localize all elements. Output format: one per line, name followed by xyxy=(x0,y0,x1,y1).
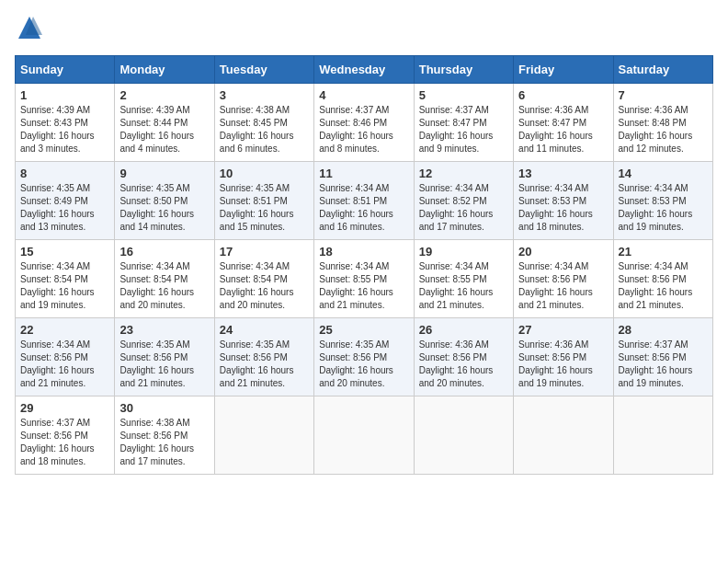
day-info: Sunrise: 4:36 AMSunset: 8:56 PMDaylight:… xyxy=(518,339,608,390)
day-info: Sunrise: 4:34 AMSunset: 8:51 PMDaylight:… xyxy=(319,182,408,234)
day-number: 25 xyxy=(319,323,408,337)
day-info: Sunrise: 4:38 AMSunset: 8:45 PMDaylight:… xyxy=(220,104,309,155)
calendar-header-row: SundayMondayTuesdayWednesdayThursdayFrid… xyxy=(16,56,713,84)
day-info: Sunrise: 4:35 AMSunset: 8:51 PMDaylight:… xyxy=(220,182,309,234)
day-info: Sunrise: 4:37 AMSunset: 8:56 PMDaylight:… xyxy=(619,339,708,390)
calendar-week-row: 22Sunrise: 4:34 AMSunset: 8:56 PMDayligh… xyxy=(16,318,713,396)
day-number: 1 xyxy=(20,88,109,102)
calendar-cell: 9Sunrise: 4:35 AMSunset: 8:50 PMDaylight… xyxy=(115,162,214,240)
calendar-cell: 22Sunrise: 4:34 AMSunset: 8:56 PMDayligh… xyxy=(16,318,115,396)
calendar-cell: 16Sunrise: 4:34 AMSunset: 8:54 PMDayligh… xyxy=(115,240,214,318)
calendar-cell: 15Sunrise: 4:34 AMSunset: 8:54 PMDayligh… xyxy=(16,240,115,318)
day-number: 6 xyxy=(518,88,608,102)
day-number: 28 xyxy=(619,323,708,337)
calendar-cell: 10Sunrise: 4:35 AMSunset: 8:51 PMDayligh… xyxy=(214,162,313,240)
calendar-body: 1Sunrise: 4:39 AMSunset: 8:43 PMDaylight… xyxy=(16,84,713,475)
calendar-cell: 5Sunrise: 4:37 AMSunset: 8:47 PMDaylight… xyxy=(414,84,513,162)
calendar-cell: 18Sunrise: 4:34 AMSunset: 8:55 PMDayligh… xyxy=(314,240,414,318)
day-info: Sunrise: 4:34 AMSunset: 8:53 PMDaylight:… xyxy=(518,182,608,234)
day-number: 13 xyxy=(518,167,608,180)
day-number: 19 xyxy=(419,245,508,259)
calendar-cell: 20Sunrise: 4:34 AMSunset: 8:56 PMDayligh… xyxy=(514,240,613,318)
calendar-cell: 6Sunrise: 4:36 AMSunset: 8:47 PMDaylight… xyxy=(514,84,613,162)
calendar-cell: 7Sunrise: 4:36 AMSunset: 8:48 PMDaylight… xyxy=(613,84,712,162)
day-number: 21 xyxy=(619,245,708,259)
day-number: 16 xyxy=(119,245,209,259)
day-info: Sunrise: 4:36 AMSunset: 8:47 PMDaylight:… xyxy=(518,104,608,155)
day-number: 2 xyxy=(119,88,209,102)
calendar-cell: 25Sunrise: 4:35 AMSunset: 8:56 PMDayligh… xyxy=(314,318,414,396)
calendar-cell: 30Sunrise: 4:38 AMSunset: 8:56 PMDayligh… xyxy=(115,396,214,475)
calendar-header-cell: Monday xyxy=(115,56,214,84)
logo-icon xyxy=(17,15,42,40)
day-info: Sunrise: 4:39 AMSunset: 8:44 PMDaylight:… xyxy=(119,104,209,155)
day-info: Sunrise: 4:35 AMSunset: 8:49 PMDaylight:… xyxy=(20,182,109,234)
day-number: 24 xyxy=(220,323,309,337)
page-header xyxy=(15,15,713,46)
day-info: Sunrise: 4:37 AMSunset: 8:56 PMDaylight:… xyxy=(20,417,109,468)
day-number: 10 xyxy=(220,167,309,180)
calendar-week-row: 15Sunrise: 4:34 AMSunset: 8:54 PMDayligh… xyxy=(16,240,713,318)
day-info: Sunrise: 4:34 AMSunset: 8:54 PMDaylight:… xyxy=(119,260,209,312)
calendar-cell xyxy=(514,396,613,475)
day-number: 26 xyxy=(419,323,508,337)
calendar-header-cell: Tuesday xyxy=(214,56,313,84)
calendar-week-row: 1Sunrise: 4:39 AMSunset: 8:43 PMDaylight… xyxy=(16,84,713,162)
day-info: Sunrise: 4:34 AMSunset: 8:55 PMDaylight:… xyxy=(319,260,408,312)
day-number: 12 xyxy=(419,167,508,180)
calendar-cell xyxy=(414,396,513,475)
day-number: 4 xyxy=(319,88,408,102)
day-info: Sunrise: 4:35 AMSunset: 8:50 PMDaylight:… xyxy=(119,182,209,234)
calendar-cell: 26Sunrise: 4:36 AMSunset: 8:56 PMDayligh… xyxy=(414,318,513,396)
calendar-cell xyxy=(314,396,414,475)
calendar-cell: 1Sunrise: 4:39 AMSunset: 8:43 PMDaylight… xyxy=(16,84,115,162)
day-number: 17 xyxy=(220,245,309,259)
calendar-table: SundayMondayTuesdayWednesdayThursdayFrid… xyxy=(15,55,713,475)
day-number: 30 xyxy=(119,401,209,415)
calendar-week-row: 8Sunrise: 4:35 AMSunset: 8:49 PMDaylight… xyxy=(16,162,713,240)
day-info: Sunrise: 4:34 AMSunset: 8:53 PMDaylight:… xyxy=(619,182,708,234)
day-number: 20 xyxy=(518,245,608,259)
day-number: 18 xyxy=(319,245,408,259)
day-number: 15 xyxy=(20,245,109,259)
day-info: Sunrise: 4:36 AMSunset: 8:56 PMDaylight:… xyxy=(419,339,508,390)
day-number: 14 xyxy=(619,167,708,180)
day-number: 27 xyxy=(518,323,608,337)
calendar-cell: 23Sunrise: 4:35 AMSunset: 8:56 PMDayligh… xyxy=(115,318,214,396)
day-number: 5 xyxy=(419,88,508,102)
calendar-header-cell: Wednesday xyxy=(314,56,414,84)
calendar-cell: 2Sunrise: 4:39 AMSunset: 8:44 PMDaylight… xyxy=(115,84,214,162)
day-info: Sunrise: 4:39 AMSunset: 8:43 PMDaylight:… xyxy=(20,104,109,155)
calendar-cell: 14Sunrise: 4:34 AMSunset: 8:53 PMDayligh… xyxy=(613,162,712,240)
day-info: Sunrise: 4:35 AMSunset: 8:56 PMDaylight:… xyxy=(119,339,209,390)
calendar-header-cell: Saturday xyxy=(613,56,712,84)
calendar-cell: 12Sunrise: 4:34 AMSunset: 8:52 PMDayligh… xyxy=(414,162,513,240)
calendar-cell: 19Sunrise: 4:34 AMSunset: 8:55 PMDayligh… xyxy=(414,240,513,318)
calendar-cell: 29Sunrise: 4:37 AMSunset: 8:56 PMDayligh… xyxy=(16,396,115,475)
calendar-cell: 8Sunrise: 4:35 AMSunset: 8:49 PMDaylight… xyxy=(16,162,115,240)
day-number: 3 xyxy=(220,88,309,102)
calendar-cell: 11Sunrise: 4:34 AMSunset: 8:51 PMDayligh… xyxy=(314,162,414,240)
calendar-cell: 3Sunrise: 4:38 AMSunset: 8:45 PMDaylight… xyxy=(214,84,313,162)
day-info: Sunrise: 4:34 AMSunset: 8:54 PMDaylight:… xyxy=(220,260,309,312)
day-info: Sunrise: 4:38 AMSunset: 8:56 PMDaylight:… xyxy=(119,417,209,468)
calendar-cell: 4Sunrise: 4:37 AMSunset: 8:46 PMDaylight… xyxy=(314,84,414,162)
calendar-cell: 28Sunrise: 4:37 AMSunset: 8:56 PMDayligh… xyxy=(613,318,712,396)
calendar-header-cell: Friday xyxy=(514,56,613,84)
calendar-header-cell: Thursday xyxy=(414,56,513,84)
calendar-cell xyxy=(613,396,712,475)
calendar-cell: 17Sunrise: 4:34 AMSunset: 8:54 PMDayligh… xyxy=(214,240,313,318)
calendar-cell: 13Sunrise: 4:34 AMSunset: 8:53 PMDayligh… xyxy=(514,162,613,240)
day-info: Sunrise: 4:34 AMSunset: 8:52 PMDaylight:… xyxy=(419,182,508,234)
calendar-cell: 27Sunrise: 4:36 AMSunset: 8:56 PMDayligh… xyxy=(514,318,613,396)
day-info: Sunrise: 4:37 AMSunset: 8:46 PMDaylight:… xyxy=(319,104,408,155)
logo xyxy=(15,15,42,46)
day-number: 11 xyxy=(319,167,408,180)
day-info: Sunrise: 4:36 AMSunset: 8:48 PMDaylight:… xyxy=(619,104,708,155)
calendar-cell: 21Sunrise: 4:34 AMSunset: 8:56 PMDayligh… xyxy=(613,240,712,318)
calendar-cell: 24Sunrise: 4:35 AMSunset: 8:56 PMDayligh… xyxy=(214,318,313,396)
day-info: Sunrise: 4:37 AMSunset: 8:47 PMDaylight:… xyxy=(419,104,508,155)
day-info: Sunrise: 4:34 AMSunset: 8:55 PMDaylight:… xyxy=(419,260,508,312)
day-info: Sunrise: 4:35 AMSunset: 8:56 PMDaylight:… xyxy=(220,339,309,390)
day-number: 7 xyxy=(619,88,708,102)
